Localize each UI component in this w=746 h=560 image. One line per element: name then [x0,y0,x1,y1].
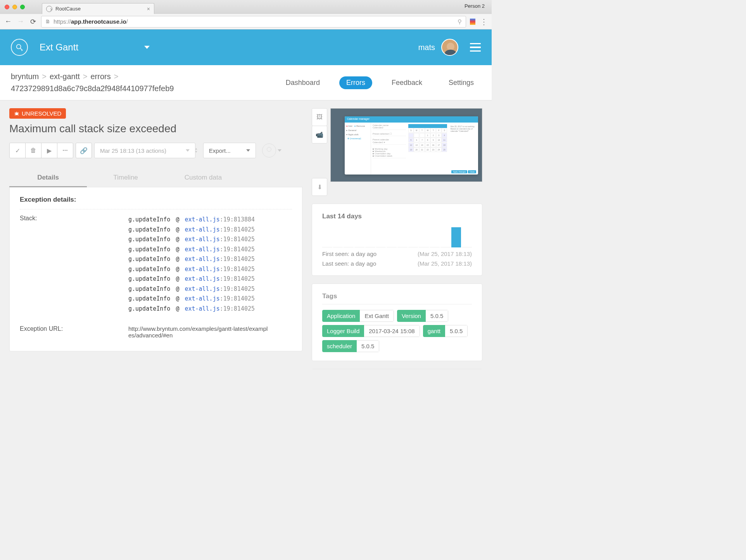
actions-dropdown-label: Mar 25 18:13 (13 actions) [100,147,166,154]
stack-trace: g.updateInfo@ext-all.js:19:813884g.updat… [128,215,292,314]
profile-badge[interactable]: Person 2 [465,3,485,9]
status-badge: UNRESOLVED [9,108,66,119]
extension-icon[interactable] [470,19,475,25]
crumb[interactable]: bryntum [11,72,39,81]
side-column: 🖼 📹 ⬇ Calendar manager ● Add ● Remove▸ G… [312,108,482,369]
project-selector[interactable]: Ext Gantt [40,42,150,53]
chevron-down-icon [144,46,150,49]
export-dropdown[interactable]: Export... [203,143,256,158]
project-name: Ext Gantt [40,42,78,53]
url-text: https://app.therootcause.io/ [54,18,128,25]
chevron-down-icon [246,149,250,152]
crumb[interactable]: ext-gantt [50,72,80,81]
actions-dropdown[interactable]: Mar 25 18:13 (13 actions) [94,143,195,158]
subnav: bryntum> ext-gantt> errors> 4723729891d8… [0,65,492,100]
last-seen: Last seen: a day ago [322,260,418,267]
exception-card: Exception details: Stack: g.updateInfo@e… [9,187,302,351]
nav-feedback[interactable]: Feedback [385,76,429,89]
stack-label: Stack: [20,215,128,222]
app-header: Ext Gantt mats [0,29,492,65]
nav-dashboard[interactable]: Dashboard [279,76,327,89]
tag[interactable]: scheduler5.0.5 [322,340,379,352]
tab-timeline[interactable]: Timeline [87,169,164,187]
main-column: UNRESOLVED Maximum call stack size excee… [9,108,302,369]
forward-button[interactable]: → [16,17,25,26]
content: UNRESOLVED Maximum call stack size excee… [0,100,492,369]
stats-card: Last 14 days First seen: a day ago(Mar 2… [312,204,482,276]
download-button[interactable]: ⬇ [312,178,327,196]
nav-errors[interactable]: Errors [339,76,372,89]
detail-tabs: Details Timeline Custom data [9,169,302,187]
action-row: ✓ 🗑 ▶ ··· 🔗 Mar 25 18:13 (13 actions) ▲▼… [9,143,302,158]
screenshot-tab-button[interactable]: 🖼 [312,108,327,126]
site-info-icon[interactable]: 🗎 [45,19,50,24]
tag-list: ApplicationExt GanttVersion5.0.5Logger B… [322,310,472,352]
breadcrumb: bryntum> ext-gantt> errors> 4723729891d8… [11,72,279,93]
screenshot-panel: 🖼 📹 ⬇ Calendar manager ● Add ● Remove▸ G… [312,108,482,196]
menu-icon[interactable]: ⋮ [480,17,488,26]
favicon [46,6,52,12]
delete-button[interactable]: 🗑 [25,143,41,158]
resolve-button[interactable]: ✓ [9,143,26,158]
stepper[interactable]: ▲▼ [195,147,198,154]
close-window-button[interactable] [5,5,9,9]
screenshot-thumbnail[interactable]: Calendar manager ● Add ● Remove▸ General… [330,108,482,182]
svg-point-0 [17,45,21,49]
back-button[interactable]: ← [4,17,12,26]
maximize-window-button[interactable] [20,5,25,9]
crumb: 4723729891d8a6c79c8da2f948f4410977fefeb9 [11,84,174,93]
tab-custom-data[interactable]: Custom data [164,169,242,187]
browser-chrome: RootCause × Person 2 ← → ⟳ 🗎 https://app… [0,0,492,29]
tab-details[interactable]: Details [9,169,87,187]
chevron-down-icon [186,149,190,152]
svg-line-6 [15,112,16,113]
window-controls [5,5,25,9]
nav-settings[interactable]: Settings [442,76,481,89]
first-seen: First seen: a day ago [322,251,418,257]
bookmark-icon[interactable]: ⚲ [458,18,462,25]
export-label: Export... [209,147,231,154]
tab-title: RootCause [55,6,144,12]
more-button[interactable]: ··· [57,143,73,158]
svg-point-2 [16,112,18,115]
assignee-button[interactable] [262,143,276,157]
minimize-window-button[interactable] [12,5,17,9]
environment-card: Environment [312,369,482,369]
error-title: Maximum call stack size exceeded [9,123,302,135]
tab-close-icon[interactable]: × [147,6,150,12]
svg-line-1 [21,48,22,50]
url-label: Exception URL: [20,325,128,332]
toolbar-actions: ⋮ [470,17,488,26]
browser-toolbar: ← → ⟳ 🗎 https://app.therootcause.io/ ⚲ ⋮ [0,14,492,29]
sparkline-chart [322,226,472,247]
last-seen-date: (Mar 25, 2017 18:13) [418,260,472,267]
bug-icon [14,111,19,116]
main-menu-icon[interactable] [470,43,481,52]
reload-button[interactable]: ⟳ [29,17,37,26]
tag[interactable]: gantt5.0.5 [423,325,468,337]
url-value: http://www.bryntum.com/examples/gantt-la… [128,325,268,339]
titlebar: RootCause × Person 2 [0,0,492,14]
tag[interactable]: Version5.0.5 [397,310,448,322]
exception-heading: Exception details: [20,196,292,209]
app-logo[interactable] [11,39,28,56]
svg-line-8 [15,114,16,115]
browser-tab[interactable]: RootCause × [42,3,154,14]
stats-heading: Last 14 days [322,213,472,220]
video-tab-button[interactable]: 📹 [312,126,327,143]
tag[interactable]: Logger Build2017-03-24 15:08 [322,325,420,337]
status-text: UNRESOLVED [22,110,61,117]
tag[interactable]: ApplicationExt Gantt [322,310,394,322]
crumb[interactable]: errors [90,72,111,81]
address-bar[interactable]: 🗎 https://app.therootcause.io/ ⚲ [41,16,466,28]
link-button[interactable]: 🔗 [76,143,92,158]
username[interactable]: mats [418,43,435,52]
tags-heading: Tags [322,292,472,304]
svg-line-9 [18,114,19,115]
chevron-down-icon [278,149,281,152]
avatar[interactable] [441,39,458,56]
first-seen-date: (Mar 25, 2017 18:13) [418,251,472,257]
tags-card: Tags ApplicationExt GanttVersion5.0.5Log… [312,283,482,361]
play-button[interactable]: ▶ [41,143,57,158]
svg-line-7 [18,112,19,113]
